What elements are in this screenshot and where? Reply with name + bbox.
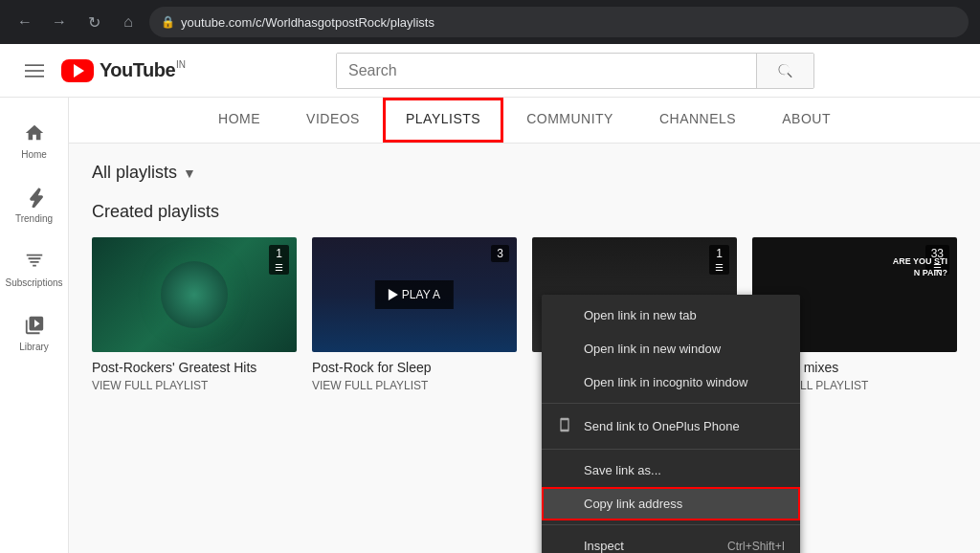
home-icon — [24, 122, 45, 144]
svg-rect-1 — [25, 70, 44, 72]
all-playlists-dropdown[interactable]: All playlists ▼ — [92, 163, 957, 183]
context-send-to-phone[interactable]: Send link to OnePlus Phone — [542, 408, 800, 445]
all-playlists-label: All playlists — [92, 163, 177, 183]
lock-icon: 🔒 — [161, 15, 175, 29]
hamburger-button[interactable] — [15, 52, 54, 90]
context-menu: Open link in new tab Open link in new wi… — [542, 295, 800, 553]
content-body: All playlists ▼ Created playlists 1 ☰ — [69, 144, 980, 411]
context-open-new-window[interactable]: Open link in new window — [542, 332, 800, 365]
search-input[interactable] — [337, 54, 756, 88]
context-divider-2 — [542, 449, 800, 450]
sidebar-item-library[interactable]: Library — [0, 301, 68, 365]
playlist-item-1[interactable]: 1 ☰ Post-Rockers' Greatest Hits VIEW FUL… — [92, 237, 297, 392]
sidebar-item-trending[interactable]: Trending — [0, 173, 68, 237]
search-button[interactable] — [756, 54, 813, 88]
playlist-link-1[interactable]: VIEW FULL PLAYLIST — [92, 379, 297, 392]
playlist-item-2[interactable]: 3 PLAY A Post-Rock for Sleep VIEW FULL P… — [312, 237, 517, 392]
search-form — [336, 53, 814, 89]
playlist-thumb-1: 1 ☰ — [92, 237, 297, 352]
youtube-logo-icon — [61, 59, 94, 82]
context-label-6: Inspect — [584, 539, 624, 553]
context-copy-link[interactable]: Copy link address — [542, 487, 800, 520]
pain-text: ARE YOU STIN PAIN? — [893, 256, 947, 278]
context-label-0: Open link in new tab — [584, 308, 697, 322]
reload-button[interactable]: ↻ — [80, 9, 107, 35]
address-bar[interactable]: 🔒 youtube.com/c/WorldhasgotpostRock/play… — [149, 7, 969, 37]
context-shortcut-6: Ctrl+Shift+I — [727, 540, 785, 553]
back-button[interactable]: ← — [11, 9, 38, 35]
tab-home[interactable]: HOME — [195, 98, 283, 143]
context-inspect[interactable]: Inspect Ctrl+Shift+I — [542, 529, 800, 553]
tab-videos[interactable]: VIDEOS — [283, 98, 383, 143]
trending-icon — [24, 187, 45, 208]
context-label-4: Save link as... — [584, 463, 661, 477]
playlist-info-1: Post-Rockers' Greatest Hits VIEW FULL PL… — [92, 352, 297, 392]
playlist-grid: 1 ☰ Post-Rockers' Greatest Hits VIEW FUL… — [92, 237, 957, 392]
sidebar-library-label: Library — [19, 342, 49, 352]
browser-bar: ← → ↻ ⌂ 🔒 youtube.com/c/WorldhasgotpostR… — [0, 0, 980, 44]
playlist-count-3: 1 ☰ — [709, 245, 729, 275]
context-icon-3 — [557, 417, 572, 435]
subscriptions-icon — [24, 251, 45, 272]
forward-button[interactable]: → — [46, 9, 73, 35]
sidebar-item-subscriptions[interactable]: Subscriptions — [0, 237, 68, 301]
context-open-incognito[interactable]: Open link in incognito window — [542, 365, 800, 399]
channel-nav: HOME VIDEOS PLAYLISTS COMMUNITY CHANNELS… — [69, 98, 980, 144]
main-layout: Home Trending Subscriptions Library HOME… — [0, 98, 980, 553]
tab-playlists[interactable]: PLAYLISTS — [383, 98, 503, 143]
dropdown-arrow-icon: ▼ — [183, 166, 196, 181]
playlist-title-2: Post-Rock for Sleep — [312, 360, 517, 375]
svg-rect-2 — [25, 76, 44, 77]
context-save-link-as[interactable]: Save link as... — [542, 453, 800, 487]
youtube-logo-text: YouTube — [100, 59, 175, 81]
playlist-count-2: 3 — [491, 245, 509, 262]
search-container — [224, 53, 926, 89]
playlist-info-2: Post-Rock for Sleep VIEW FULL PLAYLIST — [312, 352, 517, 392]
tab-community[interactable]: COMMUNITY — [503, 98, 636, 143]
play-label: PLAY A — [402, 288, 440, 301]
url-text: youtube.com/c/WorldhasgotpostRock/playli… — [181, 15, 434, 30]
context-open-new-tab[interactable]: Open link in new tab — [542, 299, 800, 332]
tab-about[interactable]: ABOUT — [759, 98, 854, 143]
playlist-link-2[interactable]: VIEW FULL PLAYLIST — [312, 379, 517, 392]
sidebar: Home Trending Subscriptions Library — [0, 98, 69, 553]
youtube-logo[interactable]: YouTube IN — [61, 59, 186, 82]
context-label-3: Send link to OnePlus Phone — [584, 419, 740, 433]
section-title: Created playlists — [92, 202, 957, 222]
sidebar-trending-label: Trending — [15, 213, 53, 224]
svg-rect-0 — [25, 64, 44, 66]
youtube-header: YouTube IN — [0, 44, 980, 98]
context-label-1: Open link in new window — [584, 342, 721, 356]
sidebar-subscriptions-label: Subscriptions — [5, 277, 62, 288]
context-label-5: Copy link address — [584, 497, 682, 511]
home-button[interactable]: ⌂ — [115, 9, 142, 35]
sidebar-home-label: Home — [21, 149, 47, 160]
playlist-thumb-2: 3 PLAY A — [312, 237, 517, 352]
playlist-title-1: Post-Rockers' Greatest Hits — [92, 360, 297, 375]
play-overlay: PLAY A — [375, 280, 454, 309]
content-area: HOME VIDEOS PLAYLISTS COMMUNITY CHANNELS… — [69, 98, 980, 553]
library-icon — [24, 315, 45, 336]
youtube-country-badge: IN — [176, 59, 186, 70]
playlist-count-1: 1 ☰ — [269, 245, 289, 275]
context-divider-3 — [542, 524, 800, 525]
context-divider-1 — [542, 403, 800, 404]
sidebar-item-home[interactable]: Home — [0, 109, 68, 173]
play-triangle-icon — [389, 289, 398, 300]
context-label-2: Open link in incognito window — [584, 375, 747, 389]
tab-channels[interactable]: CHANNELS — [636, 98, 759, 143]
